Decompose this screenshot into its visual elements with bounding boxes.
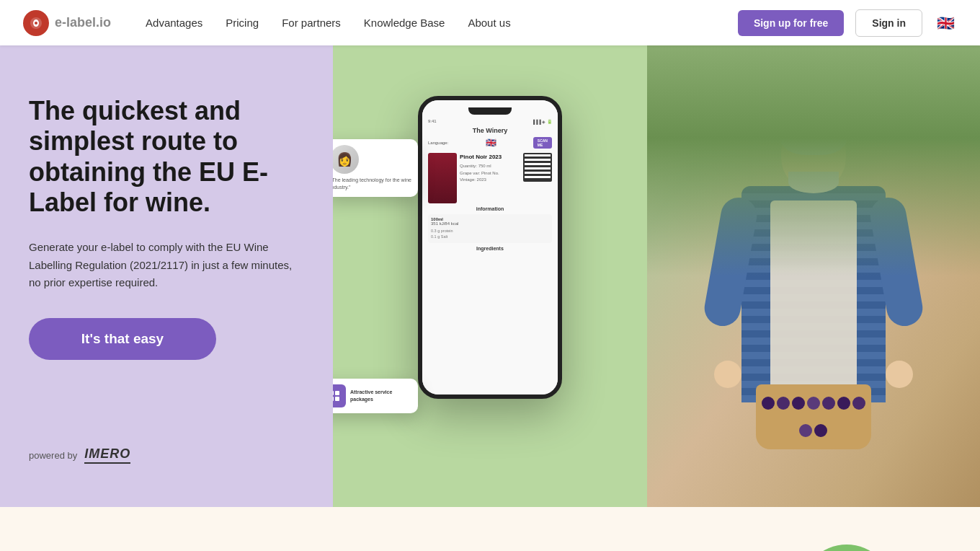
svg-rect-3 [335, 391, 339, 395]
nav-actions: Sign up for free Sign in 🇬🇧 [738, 9, 957, 37]
cta-button[interactable]: It's that easy [29, 318, 216, 360]
phone-status-bar: 9:41 ▐▐▐ ◈ 🔋 [428, 119, 552, 124]
logo-icon [23, 10, 49, 36]
logo-text: e-label.io [55, 15, 111, 30]
hero-background-image [647, 45, 980, 507]
phone-mockup-container: 👩 "The leading technology for the wine i… [368, 96, 612, 471]
green-circle-button[interactable] [800, 545, 894, 551]
nav-item-about-us[interactable]: About us [468, 17, 510, 29]
navbar: e-label.io Advantages Pricing For partne… [0, 0, 980, 45]
signup-button[interactable]: Sign up for free [738, 10, 844, 36]
qr-code [523, 153, 552, 182]
powered-by-text: powered by [29, 450, 77, 461]
phone-main: 9:41 ▐▐▐ ◈ 🔋 The Winery Language: 🇬🇧 SCA… [418, 96, 562, 399]
phone-notch [468, 107, 512, 115]
hero-left-panel: The quickest and simplest route to obtai… [0, 45, 333, 507]
hero-center-panel: 👩 "The leading technology for the wine i… [333, 45, 646, 507]
hero-section: The quickest and simplest route to obtai… [0, 45, 980, 507]
section-below: It's as straightforward as this [0, 507, 980, 551]
service-icon [333, 384, 346, 407]
nav-item-advantages[interactable]: Advantages [146, 17, 202, 29]
signin-button[interactable]: Sign in [855, 9, 922, 37]
svg-rect-4 [333, 397, 334, 401]
quote-text: "The leading technology for the wine ind… [333, 177, 412, 191]
logo-link[interactable]: e-label.io [23, 10, 111, 36]
scan-button[interactable]: SCAN ME [533, 137, 552, 149]
vineyard-bg [647, 45, 980, 507]
energy-section: 100ml 351 kJ/84 kcal 0.3 g protein 0.1 g… [428, 214, 552, 243]
wine-bottle-image [428, 153, 457, 203]
circle-button-wrapper [800, 545, 894, 551]
svg-rect-2 [333, 391, 334, 395]
ingredients-label: Ingredients [428, 246, 552, 251]
language-flag[interactable]: 🇬🇧 [934, 12, 957, 35]
service-card: Attractive service packages [333, 379, 418, 413]
svg-point-1 [35, 22, 37, 25]
svg-rect-5 [335, 397, 339, 401]
nav-item-pricing[interactable]: Pricing [226, 17, 259, 29]
wine-info: Pinot Noir 2023 Quantity: 750 ml Grape v… [460, 153, 520, 184]
imero-logo: IMERO [84, 446, 130, 464]
service-text: Attractive service packages [350, 389, 412, 403]
phone-language-row: Language: 🇬🇧 SCAN ME [428, 137, 552, 149]
person-avatar: 👩 [333, 145, 359, 174]
hero-right-panel [647, 45, 980, 507]
nav-links: Advantages Pricing For partners Knowledg… [146, 17, 511, 30]
nav-item-knowledge-base[interactable]: Knowledge Base [364, 17, 445, 29]
phone-wine-content: Pinot Noir 2023 Quantity: 750 ml Grape v… [428, 153, 552, 203]
quote-card: 👩 "The leading technology for the wine i… [333, 139, 418, 197]
phone-screen: 9:41 ▐▐▐ ◈ 🔋 The Winery Language: 🇬🇧 SCA… [422, 100, 558, 394]
hero-title: The quickest and simplest route to obtai… [29, 96, 304, 219]
nav-item-for-partners[interactable]: For partners [282, 17, 341, 29]
phone-winery-name: The Winery [428, 127, 552, 134]
information-label: information [428, 206, 552, 211]
hero-subtitle: Generate your e-label to comply with the… [29, 239, 304, 292]
powered-by: powered by IMERO [29, 446, 304, 464]
